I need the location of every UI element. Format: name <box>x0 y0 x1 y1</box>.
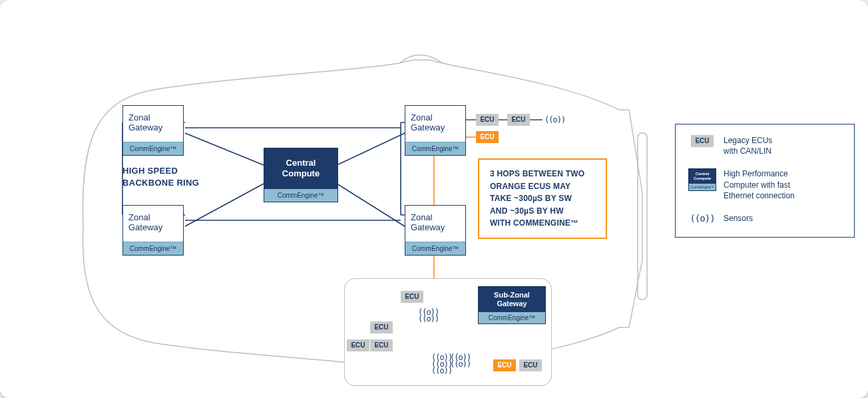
ecu-grey: ECU <box>370 321 393 333</box>
ecu-grey: ECU <box>519 359 542 371</box>
legend-hpc-text: High Performance Computer with fast Ethe… <box>724 168 795 201</box>
ecu-grey: ECU <box>476 114 499 126</box>
ecu-grey: ECU <box>347 339 369 351</box>
ecu-grey: ECU <box>401 291 423 303</box>
sensor-icon: ((o)) <box>431 366 452 375</box>
commengine-label: CommEngine™ <box>123 242 183 255</box>
zonal-gateway-tr: Zonal Gateway CommEngine™ <box>405 105 466 156</box>
commengine-label: CommEngine™ <box>405 242 465 255</box>
legend-hpc-icon: Central Compute CommEngine™ <box>688 168 716 190</box>
zonal-gateway-title: Zonal Gateway <box>123 206 183 242</box>
ecu-grey: ECU <box>507 114 530 126</box>
zonal-gateway-title: Zonal Gateway <box>123 106 183 142</box>
ecu-orange: ECU <box>476 131 499 143</box>
sensor-icon: ((o)) <box>450 359 471 369</box>
central-compute: Central Compute CommEngine™ <box>264 148 338 202</box>
legend-ecu-icon: ECU <box>691 135 714 147</box>
central-compute-title: Central Compute <box>264 148 337 189</box>
commengine-label: CommEngine™ <box>405 142 465 155</box>
commengine-label: CommEngine™ <box>479 312 545 323</box>
commengine-label: CommEngine™ <box>264 189 337 202</box>
hops-callout: 3 HOPS BETWEEN TWO ORANGE ECUS MAY TAKE … <box>478 158 607 239</box>
commengine-label: CommEngine™ <box>123 142 183 155</box>
legend: ECU Legacy ECUs with CAN/LIN Central Com… <box>675 124 855 238</box>
legend-ecu-text: Legacy ECUs with CAN/LIN <box>724 135 772 156</box>
zonal-gateway-tl: Zonal Gateway CommEngine™ <box>122 105 184 156</box>
zonal-gateway-title: Zonal Gateway <box>405 206 465 242</box>
sensor-icon: ((o)) <box>544 115 565 124</box>
sub-zonal-gateway-title: Sub-Zonal Gateway <box>479 287 545 312</box>
legend-sensor-icon: ((o)) <box>690 213 714 224</box>
svg-rect-0 <box>638 133 647 299</box>
sub-zonal-gateway: Sub-Zonal Gateway CommEngine™ <box>478 286 546 324</box>
backbone-label: HIGH SPEED BACKBONE RING <box>122 165 199 188</box>
sensor-icon: ((o)) <box>418 314 439 323</box>
zonal-gateway-bl: Zonal Gateway CommEngine™ <box>122 205 184 256</box>
legend-row-sensor: ((o)) Sensors <box>688 213 842 224</box>
legend-sensor-text: Sensors <box>724 213 753 224</box>
legend-row-hpc: Central Compute CommEngine™ High Perform… <box>688 168 842 201</box>
legend-row-ecu: ECU Legacy ECUs with CAN/LIN <box>688 135 842 156</box>
ecu-orange: ECU <box>493 359 516 371</box>
zonal-gateway-br: Zonal Gateway CommEngine™ <box>405 205 466 256</box>
ecu-grey: ECU <box>370 339 393 351</box>
zonal-gateway-title: Zonal Gateway <box>405 106 465 142</box>
